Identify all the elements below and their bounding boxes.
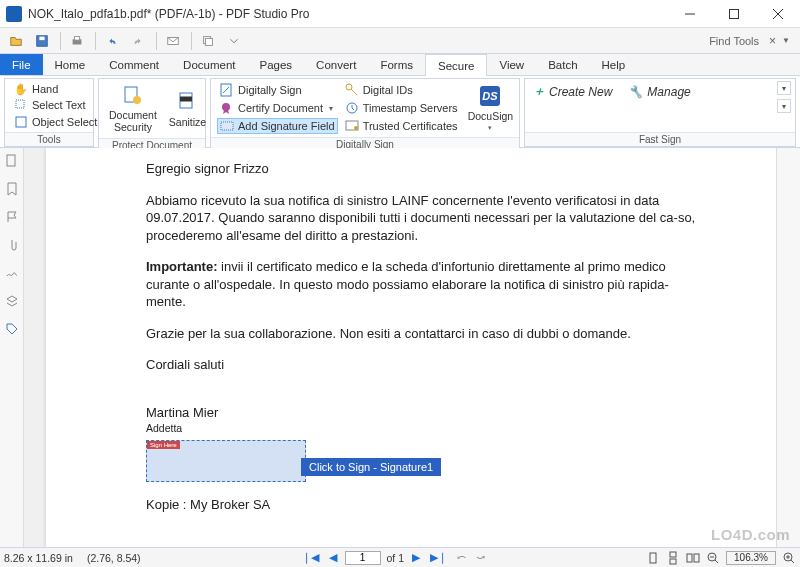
customize-qat-button[interactable] bbox=[222, 30, 246, 52]
create-new-signature-button[interactable]: ＋Create New bbox=[533, 83, 612, 100]
select-text-tool[interactable]: Select Text bbox=[11, 97, 100, 113]
tab-secure[interactable]: Secure bbox=[425, 54, 487, 76]
bookmarks-panel-icon[interactable] bbox=[5, 182, 19, 196]
docusign-label: DocuSign bbox=[468, 110, 514, 122]
certify-document-button[interactable]: Certify Document▾ bbox=[217, 100, 338, 116]
watermark: LO4D.com bbox=[711, 526, 790, 543]
signature-field[interactable]: Sign Here bbox=[146, 440, 306, 482]
continuous-page-icon[interactable] bbox=[666, 551, 680, 565]
prev-view-button[interactable]: ⤺ bbox=[455, 551, 468, 564]
pages-panel-icon[interactable] bbox=[5, 154, 19, 168]
certify-label: Certify Document bbox=[238, 102, 323, 114]
svg-rect-7 bbox=[205, 38, 212, 45]
fastsign-dropdown-2[interactable]: ▾ bbox=[777, 99, 791, 113]
save-button[interactable] bbox=[30, 30, 54, 52]
facing-page-icon[interactable] bbox=[686, 551, 700, 565]
digitally-sign-button[interactable]: Digitally Sign bbox=[217, 82, 338, 98]
next-page-button[interactable]: ▶ bbox=[410, 551, 422, 564]
bold-text: Importante: bbox=[146, 259, 218, 274]
open-button[interactable] bbox=[4, 30, 28, 52]
page-number-input[interactable] bbox=[345, 551, 381, 565]
ribbon: ✋Hand Select Text Object Select Tools Do… bbox=[0, 76, 800, 148]
certify-icon bbox=[220, 101, 234, 115]
digital-ids-button[interactable]: Digital IDs bbox=[342, 82, 460, 98]
add-signature-field-button[interactable]: Add Signature Field bbox=[217, 118, 338, 134]
next-view-button[interactable]: ⤻ bbox=[474, 551, 487, 564]
tab-view[interactable]: View bbox=[487, 54, 536, 75]
quick-access-toolbar: Find Tools × ▼ bbox=[0, 28, 800, 54]
zoom-in-icon[interactable] bbox=[782, 551, 796, 565]
digital-ids-label: Digital IDs bbox=[363, 84, 413, 96]
svg-text:DS: DS bbox=[483, 90, 499, 102]
close-icon[interactable]: × bbox=[769, 34, 776, 48]
chevron-down-icon: ▾ bbox=[488, 124, 492, 132]
chevron-down-icon[interactable]: ▼ bbox=[782, 36, 790, 45]
zoom-out-icon[interactable] bbox=[706, 551, 720, 565]
cert-icon bbox=[345, 119, 359, 133]
trusted-certificates-button[interactable]: Trusted Certificates bbox=[342, 118, 460, 134]
tab-batch[interactable]: Batch bbox=[536, 54, 589, 75]
tab-document[interactable]: Document bbox=[171, 54, 247, 75]
svg-point-14 bbox=[222, 103, 230, 111]
document-viewport[interactable]: Egregio signor Frizzo Abbiamo ricevuto l… bbox=[24, 148, 776, 547]
object-select-tool[interactable]: Object Select bbox=[11, 114, 100, 130]
docusign-icon: DS bbox=[478, 84, 502, 108]
tab-pages[interactable]: Pages bbox=[248, 54, 305, 75]
signatures-panel-icon[interactable] bbox=[5, 266, 19, 280]
layers-panel-icon[interactable] bbox=[5, 294, 19, 308]
tab-help[interactable]: Help bbox=[590, 54, 638, 75]
single-page-icon[interactable] bbox=[646, 551, 660, 565]
doc-lock-icon bbox=[121, 84, 145, 108]
separator bbox=[95, 32, 96, 50]
page-dimensions: 8.26 x 11.69 in bbox=[4, 552, 73, 564]
email-button[interactable] bbox=[161, 30, 185, 52]
prev-page-button[interactable]: ◀ bbox=[327, 551, 339, 564]
app-icon bbox=[6, 6, 22, 22]
svg-rect-9 bbox=[16, 117, 26, 127]
ribbon-tabs: File Home Comment Document Pages Convert… bbox=[0, 54, 800, 76]
undo-button[interactable] bbox=[100, 30, 124, 52]
ribbon-group-fastsign: ＋Create New 🔧Manage ▾ ▾ Fast Sign bbox=[524, 78, 796, 147]
ribbon-group-sign: Digitally Sign Certify Document▾ Add Sig… bbox=[210, 78, 520, 147]
find-tools-label: Find Tools bbox=[709, 35, 759, 47]
tab-convert[interactable]: Convert bbox=[304, 54, 368, 75]
page-nav: ❘◀ ◀ of 1 ▶ ▶❘ ⤺ ⤻ bbox=[300, 551, 488, 565]
svg-rect-2 bbox=[39, 36, 44, 40]
tab-forms[interactable]: Forms bbox=[368, 54, 425, 75]
hand-label: Hand bbox=[32, 83, 58, 95]
flatten-button[interactable] bbox=[196, 30, 220, 52]
window-controls bbox=[668, 0, 800, 28]
attachments-panel-icon[interactable] bbox=[5, 238, 19, 252]
timestamp-servers-button[interactable]: Timestamp Servers bbox=[342, 100, 460, 116]
first-page-button[interactable]: ❘◀ bbox=[300, 551, 321, 564]
manage-signatures-button[interactable]: 🔧Manage bbox=[628, 83, 690, 100]
separator bbox=[156, 32, 157, 50]
create-new-label: Create New bbox=[549, 85, 612, 99]
fastsign-dropdown-1[interactable]: ▾ bbox=[777, 81, 791, 95]
tab-file[interactable]: File bbox=[0, 54, 43, 75]
maximize-button[interactable] bbox=[712, 0, 756, 28]
redo-button[interactable] bbox=[126, 30, 150, 52]
document-security-button[interactable]: DocumentSecurity bbox=[103, 81, 163, 136]
sanitize-button[interactable]: Sanitize bbox=[163, 81, 212, 136]
docusign-button[interactable]: DS DocuSign ▾ bbox=[462, 81, 520, 135]
close-button[interactable] bbox=[756, 0, 800, 28]
group-fastsign-title: Fast Sign bbox=[525, 132, 795, 146]
hand-tool[interactable]: ✋Hand bbox=[11, 81, 100, 97]
zoom-value[interactable]: 106.3% bbox=[726, 551, 776, 565]
paragraph: Cordiali saluti bbox=[146, 356, 706, 374]
tab-home[interactable]: Home bbox=[43, 54, 98, 75]
svg-rect-8 bbox=[16, 100, 24, 108]
tags-panel-icon[interactable] bbox=[5, 322, 19, 336]
minimize-button[interactable] bbox=[668, 0, 712, 28]
destinations-panel-icon[interactable] bbox=[5, 210, 19, 224]
cursor-coords: (2.76, 8.54) bbox=[87, 552, 141, 564]
print-button[interactable] bbox=[65, 30, 89, 52]
find-tools[interactable]: Find Tools × ▼ bbox=[709, 34, 796, 48]
tab-comment[interactable]: Comment bbox=[97, 54, 171, 75]
last-page-button[interactable]: ▶❘ bbox=[428, 551, 449, 564]
window-title: NOK_Italo_pdfa1b.pdf* (PDF/A-1b) - PDF S… bbox=[28, 7, 309, 21]
copy-line: Kopie : My Broker SA bbox=[146, 496, 706, 514]
page-count: of 1 bbox=[387, 552, 405, 564]
signature-name: Martina Mier bbox=[146, 404, 706, 422]
